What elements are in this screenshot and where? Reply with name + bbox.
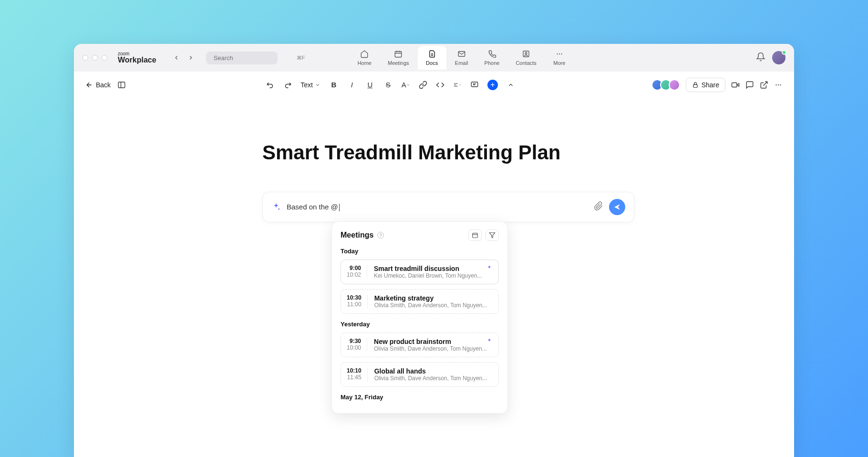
search-shortcut: ⌘F xyxy=(297,55,305,61)
svg-rect-23 xyxy=(693,84,697,87)
comments-panel-button[interactable] xyxy=(745,81,754,89)
undo-button[interactable] xyxy=(266,81,275,89)
svg-rect-2 xyxy=(395,52,402,57)
comment-button[interactable] xyxy=(470,81,479,89)
avatar xyxy=(669,79,680,91)
editor-toolbar: Back Text B I U S A xyxy=(74,72,794,98)
comment-icon xyxy=(470,81,479,89)
meeting-title: Global all hands xyxy=(374,367,493,375)
align-button[interactable] xyxy=(453,81,462,89)
brand-logo: zoom Workplace xyxy=(118,52,156,64)
nav-back[interactable] xyxy=(171,52,182,63)
meeting-item[interactable]: 9:0010:02Smart treadmill discussionKei U… xyxy=(341,260,499,284)
send-button[interactable] xyxy=(609,199,625,215)
nav-phone[interactable]: Phone xyxy=(477,46,507,70)
more-horizontal-icon xyxy=(774,80,783,90)
app-window: zoom Workplace ⌘F Home Meetings xyxy=(74,44,794,457)
meeting-title: New product brainstorm xyxy=(374,338,493,345)
share-button[interactable]: Share xyxy=(686,78,725,92)
history-nav xyxy=(171,52,196,63)
text-cursor xyxy=(339,204,340,211)
svg-marker-32 xyxy=(489,233,495,238)
collapse-toolbar[interactable] xyxy=(506,81,515,89)
calendar-icon xyxy=(472,232,478,239)
date-button[interactable] xyxy=(468,229,482,241)
nav-docs[interactable]: Docs xyxy=(418,46,446,70)
search-box[interactable]: ⌘F xyxy=(206,52,278,64)
attach-button[interactable] xyxy=(594,201,603,213)
meeting-title: Marketing strategy xyxy=(374,294,493,302)
nav-home[interactable]: Home xyxy=(350,46,379,70)
underline-button[interactable]: U xyxy=(365,81,375,89)
meetings-popover: Meetings ? Today9:0010:02Smart treadmill… xyxy=(331,221,508,414)
nav-meetings[interactable]: Meetings xyxy=(380,46,417,70)
meeting-time: 10:1011:45 xyxy=(347,367,368,382)
nav-more[interactable]: More xyxy=(545,46,574,70)
svg-rect-20 xyxy=(471,82,478,87)
align-icon xyxy=(453,81,459,89)
section-label: Yesterday xyxy=(341,321,499,328)
chevron-down-icon xyxy=(406,83,410,87)
nav-forward[interactable] xyxy=(185,52,196,63)
user-avatar[interactable] xyxy=(772,51,785,64)
calendar-icon xyxy=(394,50,403,58)
panel-icon xyxy=(117,81,126,89)
meeting-item[interactable]: 9:3010:00New product brainstormOlivia Sm… xyxy=(341,332,499,357)
mail-icon xyxy=(457,50,466,58)
phone-icon xyxy=(488,50,496,58)
back-button[interactable]: Back xyxy=(85,81,111,89)
document-title[interactable]: Smart Treadmill Marketing Plan xyxy=(262,141,794,164)
svg-point-10 xyxy=(525,52,527,54)
maximize-window[interactable] xyxy=(102,55,107,61)
brand-bottom: Workplace xyxy=(118,56,156,64)
popover-header: Meetings ? xyxy=(341,229,499,241)
meeting-attendees: Olivia Smith, Dave Anderson, Tom Nguyen.… xyxy=(374,345,493,352)
notifications-button[interactable] xyxy=(756,52,765,63)
bell-icon xyxy=(756,52,765,62)
popover-title: Meetings xyxy=(341,231,373,239)
text-color-button[interactable]: A xyxy=(402,81,410,89)
filter-icon xyxy=(489,232,496,239)
more-icon xyxy=(555,50,564,58)
chevron-up-icon xyxy=(507,82,514,88)
search-input[interactable] xyxy=(214,54,294,62)
status-indicator xyxy=(782,50,786,55)
chat-icon xyxy=(745,80,754,90)
text-style-dropdown[interactable]: Text xyxy=(300,81,320,89)
open-external-button[interactable] xyxy=(760,81,768,89)
close-window[interactable] xyxy=(83,55,88,61)
ai-prompt-text[interactable]: Based on the @ xyxy=(287,203,588,211)
more-options-button[interactable] xyxy=(774,81,783,89)
meeting-item[interactable]: 10:1011:45Global all handsOlivia Smith, … xyxy=(341,362,499,387)
minimize-window[interactable] xyxy=(92,55,98,61)
insert-button[interactable]: + xyxy=(487,80,498,90)
chevron-down-icon xyxy=(315,82,320,88)
nav-contacts[interactable]: Contacts xyxy=(508,46,544,70)
link-button[interactable] xyxy=(419,81,427,89)
svg-point-11 xyxy=(557,53,558,54)
code-button[interactable] xyxy=(436,81,444,89)
sidebar-toggle[interactable] xyxy=(117,81,126,89)
ai-prompt-bar[interactable]: Based on the @ xyxy=(262,192,634,222)
meeting-info: Marketing strategyOlivia Smith, Dave And… xyxy=(374,294,493,309)
svg-rect-24 xyxy=(732,83,737,87)
bold-button[interactable]: B xyxy=(329,81,339,89)
strikethrough-button[interactable]: S xyxy=(383,81,393,89)
meeting-attendees: Olivia Smith, Dave Anderson, Tom Nguyen.… xyxy=(374,302,493,309)
meeting-attendees: Olivia Smith, Dave Anderson, Tom Nguyen.… xyxy=(374,375,493,382)
redo-button[interactable] xyxy=(283,81,292,89)
video-button[interactable] xyxy=(731,81,740,89)
nav-email[interactable]: Email xyxy=(447,46,476,70)
meeting-attendees: Kei Umekoc, Daniel Brown, Tom Nguyen... xyxy=(374,272,493,279)
italic-button[interactable]: I xyxy=(347,81,357,89)
help-icon[interactable]: ? xyxy=(377,232,384,239)
text-color-icon: A xyxy=(402,81,406,89)
collaborator-avatars[interactable] xyxy=(651,79,680,91)
meeting-time: 9:3010:00 xyxy=(347,338,367,352)
undo-icon xyxy=(266,81,275,89)
arrow-left-icon xyxy=(85,81,93,89)
titlebar: zoom Workplace ⌘F Home Meetings xyxy=(74,44,794,72)
filter-button[interactable] xyxy=(486,229,499,241)
meeting-item[interactable]: 10:3011:00Marketing strategyOlivia Smith… xyxy=(341,289,499,314)
svg-point-28 xyxy=(778,84,779,85)
